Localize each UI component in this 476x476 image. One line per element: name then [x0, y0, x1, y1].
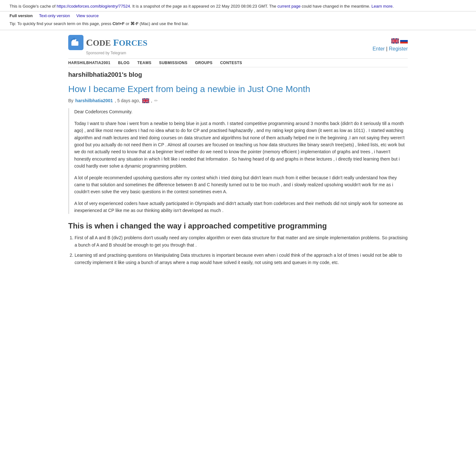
by-prefix: By [68, 98, 73, 103]
svg-rect-4 [400, 40, 408, 42]
cache-text-before: This is Google's cache of [10, 4, 56, 9]
site-container: CODE FORCES Sponsored by Telegram [63, 30, 413, 274]
shortcut1: Ctrl+F [112, 21, 124, 26]
svg-rect-1 [71, 42, 73, 46]
logo-icon [68, 35, 83, 50]
nav-submissions[interactable]: SUBMISSIONS [159, 61, 188, 65]
nav-groups[interactable]: GROUPS [195, 61, 213, 65]
header-right: Enter | Register [373, 38, 408, 52]
view-source-link[interactable]: View source [76, 13, 99, 18]
header: CODE FORCES Sponsored by Telegram [68, 30, 408, 58]
cache-bar: This is Google's cache of https://codefo… [0, 0, 476, 11]
post-para-2: A lot of people recommended upsolving qu… [74, 174, 408, 195]
auth-links: Enter | Register [373, 46, 408, 52]
version-bar: Full version Text-only version View sour… [0, 11, 476, 20]
cache-text-after: . It is a snapshot of the page as it app… [130, 4, 277, 9]
post-list-body: First of all A and B (div2) problems don… [68, 234, 408, 266]
post-comma: , [151, 98, 152, 103]
post-meta: By harshilbhatia2001, 5 days ago, , ✏ [68, 98, 408, 103]
nav: HARSHILBHATIA2001 BLOG TEAMS SUBMISSIONS… [68, 58, 408, 67]
logo-img: CODE FORCES [68, 35, 147, 50]
sponsor-text: Sponsored by Telegram [86, 51, 126, 55]
edit-icon[interactable]: ✏ [154, 98, 158, 103]
list-item-0: First of all A and B (div2) problems don… [75, 234, 408, 248]
post-para-0: Dear Codeforces Community. [74, 108, 408, 115]
full-version-label: Full version [10, 13, 33, 18]
post-para-1: Today I want to share how i went from a … [74, 120, 408, 170]
text-only-version-link[interactable]: Text-only version [39, 13, 70, 18]
post-list: First of all A and B (div2) problems don… [75, 234, 408, 266]
post-flag-uk [142, 98, 149, 103]
shortcut2: ⌘-F [130, 21, 138, 26]
post-content: Dear Codeforces Community. Today I want … [68, 108, 408, 214]
page-title: harshilbhatia2001's blog [68, 67, 408, 80]
post-title: How I became Expert from being a newbie … [68, 83, 408, 95]
list-item-1: Learning stl and practising questions on… [75, 252, 408, 266]
blog-post: How I became Expert from being a newbie … [68, 80, 408, 274]
current-page-link[interactable]: current page [277, 4, 301, 9]
tip-bar: Tip: To quickly find your search term on… [0, 20, 476, 30]
nav-contests[interactable]: CONTESTS [220, 61, 242, 65]
ru-flag[interactable] [400, 38, 408, 43]
post-para-3: A lot of very experienced coders have ac… [74, 200, 408, 214]
post-body: Dear Codeforces Community. Today I want … [74, 108, 408, 214]
learn-more-link[interactable]: Learn more [371, 4, 392, 9]
uk-flag[interactable] [391, 38, 399, 43]
logo-area: CODE FORCES Sponsored by Telegram [68, 35, 147, 55]
learn-more-end: . [393, 4, 394, 9]
post-author-link[interactable]: harshilbhatia2001 [75, 98, 113, 103]
logo-text: CODE FORCES [86, 37, 147, 48]
flags [391, 38, 408, 43]
enter-link[interactable]: Enter [373, 46, 385, 51]
post-meta-suffix: , 5 days ago, [115, 98, 140, 103]
nav-teams[interactable]: TEAMS [137, 61, 152, 65]
svg-rect-5 [400, 42, 408, 43]
cache-url-link[interactable]: https://codeforces.com/blog/entry/77524 [56, 4, 130, 9]
section-heading: This is when i changed the way i approac… [68, 221, 408, 230]
register-link[interactable]: Register [389, 46, 408, 51]
nav-blog[interactable]: BLOG [118, 61, 130, 65]
cache-text-middle: could have changed in the meantime. [301, 4, 371, 9]
nav-harshilbhatia2001[interactable]: HARSHILBHATIA2001 [68, 61, 110, 65]
